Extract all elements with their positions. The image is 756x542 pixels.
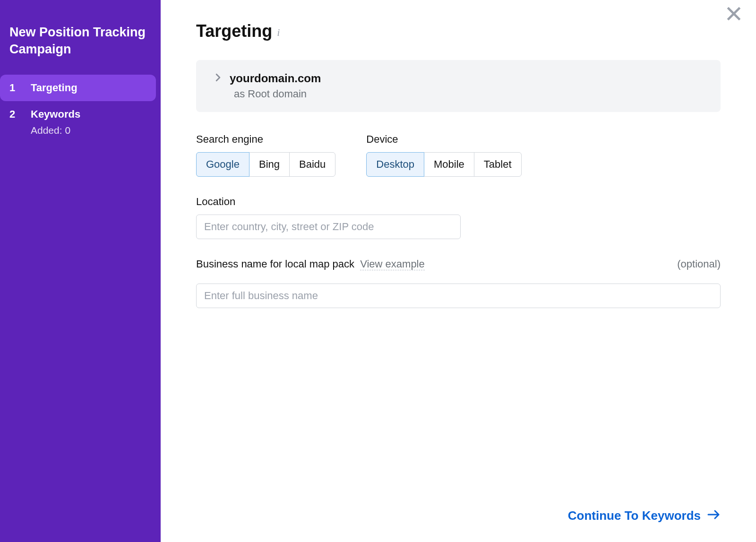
device-buttons: Desktop Mobile Tablet — [366, 152, 521, 177]
domain-type: as Root domain — [234, 88, 702, 100]
info-icon[interactable]: i — [277, 24, 280, 39]
device-tablet[interactable]: Tablet — [474, 152, 522, 177]
device-mobile[interactable]: Mobile — [424, 152, 474, 177]
search-engine-group: Search engine Google Bing Baidu — [196, 133, 335, 177]
device-desktop[interactable]: Desktop — [366, 152, 424, 177]
search-engine-buttons: Google Bing Baidu — [196, 152, 335, 177]
device-label: Device — [366, 133, 521, 146]
main-content: Targeting i yourdomain.com as Root domai… — [161, 0, 756, 542]
sidebar-step-targeting[interactable]: 1 Targeting — [0, 75, 156, 101]
step-label: Keywords — [31, 108, 80, 120]
sidebar-step-keywords[interactable]: 2 Keywords — [0, 101, 156, 128]
sidebar: New Position Tracking Campaign 1 Targeti… — [0, 0, 161, 542]
business-section: Business name for local map pack View ex… — [196, 258, 721, 308]
location-input[interactable] — [196, 215, 461, 239]
footer: Continue To Keywords — [196, 490, 721, 523]
search-engine-baidu[interactable]: Baidu — [289, 152, 335, 177]
page-title: Targeting — [196, 21, 272, 41]
page-title-row: Targeting i — [196, 21, 721, 41]
domain-name: yourdomain.com — [230, 72, 321, 85]
optional-label: (optional) — [677, 258, 721, 270]
step-number: 2 — [9, 108, 31, 120]
search-engine-bing[interactable]: Bing — [249, 152, 290, 177]
step-number: 1 — [9, 82, 31, 94]
step-label: Targeting — [31, 82, 77, 94]
search-engine-label: Search engine — [196, 133, 335, 146]
continue-to-keywords-button[interactable]: Continue To Keywords — [568, 508, 721, 523]
location-label: Location — [196, 196, 721, 208]
close-icon[interactable] — [725, 5, 743, 25]
device-group: Device Desktop Mobile Tablet — [366, 133, 521, 177]
business-label: Business name for local map pack — [196, 258, 354, 270]
chevron-right-icon — [215, 72, 221, 85]
business-name-input[interactable] — [196, 284, 721, 308]
step-keywords-added: Added: 0 — [31, 125, 161, 141]
business-label-row: Business name for local map pack View ex… — [196, 258, 425, 270]
arrow-right-icon — [707, 508, 721, 523]
location-section: Location — [196, 196, 721, 239]
view-example-link[interactable]: View example — [360, 258, 425, 270]
sidebar-title: New Position Tracking Campaign — [0, 24, 161, 75]
continue-label: Continue To Keywords — [568, 508, 701, 523]
search-engine-google[interactable]: Google — [196, 152, 249, 177]
domain-box[interactable]: yourdomain.com as Root domain — [196, 60, 721, 112]
